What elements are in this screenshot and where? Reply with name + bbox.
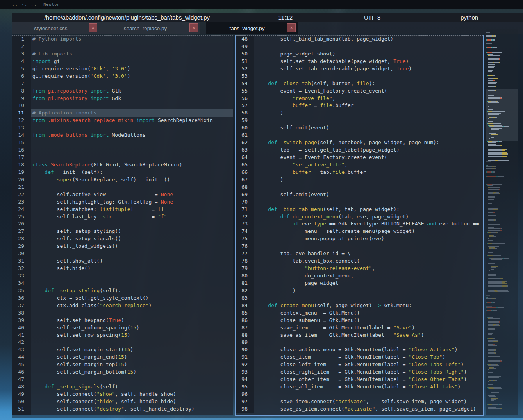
line-number: 26: [12, 220, 31, 228]
line-number: 33: [12, 272, 31, 280]
code-text: page_widget.show(): [254, 50, 483, 58]
line-number: 24: [12, 206, 31, 213]
code-text: close_actions_menu = Gtk.MenuItem(label …: [254, 346, 483, 354]
line-number: 63: [236, 147, 254, 154]
code-line: 93 close_right_item = Gtk.MenuItem(label…: [236, 368, 483, 376]
code-line: 21: [12, 184, 233, 191]
code-text: self._bind_tab_menu(tab, page_widget): [254, 36, 483, 43]
line-number: 72: [236, 213, 254, 221]
code-text: self.show_all(): [31, 257, 233, 265]
header-bar: /home/abaddon/.config/newton/plugins/tab…: [12, 13, 523, 22]
line-number: 62: [236, 139, 254, 147]
line-number: 86: [236, 317, 254, 324]
code-line: 40 self.set_column_spacing(15): [12, 324, 233, 332]
line-number: 35: [12, 287, 31, 295]
line-number: 7: [12, 80, 31, 88]
code-line: 73 if eve.type == Gdk.EventType.BUTTON_R…: [236, 220, 483, 228]
code-line: 33: [12, 272, 233, 280]
code-text: self.set_tab_detachable(page_widget, Tru…: [254, 58, 483, 65]
minimap-viewport[interactable]: [486, 89, 518, 141]
tab-tabs_widget.py[interactable]: tabs_widget.py×: [206, 22, 298, 34]
code-text: self.set_hexpand(True): [31, 317, 233, 324]
line-number: 82: [236, 287, 254, 295]
line-number: 93: [236, 368, 254, 376]
line-number: 8: [12, 88, 31, 95]
code-line: 17: [12, 154, 233, 161]
code-line: 48 self._bind_tab_menu(tab, page_widget): [236, 36, 483, 43]
line-number: 27: [12, 228, 31, 235]
code-line: 49: [236, 43, 483, 50]
editor-pane-left[interactable]: 1# Python imports23# Lib imports4import …: [12, 35, 233, 415]
code-text: self.set_tab_reorderable(page_widget, Tr…: [254, 65, 483, 73]
minimap[interactable]: [486, 29, 518, 415]
code-text: [31, 280, 233, 287]
code-line: 36 ctx = self.get_style_context(): [12, 295, 233, 302]
tab-close-button[interactable]: ×: [89, 23, 97, 32]
line-number: 88: [236, 332, 254, 339]
tab-stylesheet.css[interactable]: stylesheet.css×: [12, 22, 100, 34]
code-line: 25 self.last_key: str = "f": [12, 213, 233, 221]
code-line: 75 menu.popup_at_pointer(eve): [236, 235, 483, 243]
code-text: "button-release-event",: [254, 265, 483, 272]
code-text: buffer = file.buffer: [254, 102, 483, 109]
tab-close-button[interactable]: ×: [189, 23, 198, 32]
code-text: from gi.repository import Gtk: [31, 88, 233, 95]
code-text: self.highlight_tag: Gtk.TextTag = None: [31, 198, 233, 206]
code-text: [31, 413, 233, 415]
code-text: self.matches: list[tuple] = []: [31, 206, 233, 213]
line-number: 36: [12, 295, 31, 302]
code-line: 9from gi.repository import Gdk: [12, 95, 233, 102]
code-text: gi.require_version('Gtk', '3.0'): [31, 65, 233, 73]
code-text: close_other_item = Gtk.MenuItem(label = …: [254, 376, 483, 383]
code-line: 34: [12, 280, 233, 287]
code-line: 8from gi.repository import Gtk: [12, 88, 233, 95]
tab-close-button[interactable]: ×: [287, 23, 296, 32]
code-text: def _switch_page(self, notebook, page_wi…: [254, 139, 483, 147]
code-line: 14from .mode_buttons import ModeButtons: [12, 132, 233, 139]
tab-label: tabs_widget.py: [229, 25, 275, 31]
line-number: 15: [12, 139, 31, 147]
line-number: 67: [236, 176, 254, 184]
code-line: 44 self.set_margin_end(15): [12, 354, 233, 361]
line-number: 16: [12, 147, 31, 154]
code-text: ctx.add_class("search-replace"): [31, 302, 233, 309]
line-number: 13: [12, 124, 31, 132]
code-text: self.connect("show", self._handle_show): [31, 391, 233, 398]
code-text: [254, 43, 483, 50]
line-number: 55: [236, 88, 254, 95]
line-number: 59: [236, 117, 254, 124]
code-text: do_context_menu,: [254, 272, 483, 280]
tab-label: stylesheet.css: [34, 25, 78, 31]
line-number: 43: [12, 346, 31, 354]
line-number: 40: [12, 324, 31, 332]
code-text: [254, 132, 483, 139]
line-number: 71: [236, 206, 254, 213]
code-text: event = Event_Factory.create_event(: [254, 88, 483, 95]
code-text: from gi.repository import Gdk: [31, 95, 233, 102]
code-line: 81 page_widget: [236, 280, 483, 287]
line-number: 49: [236, 43, 254, 50]
tab-search_replace.py[interactable]: search_replace.py×: [100, 22, 200, 34]
code-line: 32 self.hide(): [12, 265, 233, 272]
line-number: 46: [12, 368, 31, 376]
code-text: [31, 147, 233, 154]
line-number: 45: [12, 361, 31, 368]
code-line: 51 self.connect("destroy", self._handle_…: [12, 406, 233, 413]
code-line: 71 def _bind_tab_menu(self, tab, page_wi…: [236, 206, 483, 213]
line-number: 52: [236, 65, 254, 73]
line-number: 41: [12, 332, 31, 339]
line-number: 9: [12, 95, 31, 102]
code-line: 22 self.active_view = None: [12, 191, 233, 198]
line-number: 87: [236, 324, 254, 332]
code-text: save_as_item = Gtk.MenuItem(label = "Sav…: [254, 332, 483, 339]
clock: 11:12: [242, 14, 329, 21]
line-number: 60: [236, 124, 254, 132]
line-number: 18: [12, 161, 31, 169]
code-text: [31, 80, 233, 88]
code-text: def _setup_signals(self):: [31, 383, 233, 391]
code-text: buffer = tab.file.buffer: [254, 169, 483, 176]
editor-pane-right[interactable]: 48 self._bind_tab_menu(tab, page_widget)…: [236, 35, 483, 415]
code-line: 79 "button-release-event",: [236, 265, 483, 272]
line-number: 85: [236, 309, 254, 317]
line-number: 73: [236, 220, 254, 228]
